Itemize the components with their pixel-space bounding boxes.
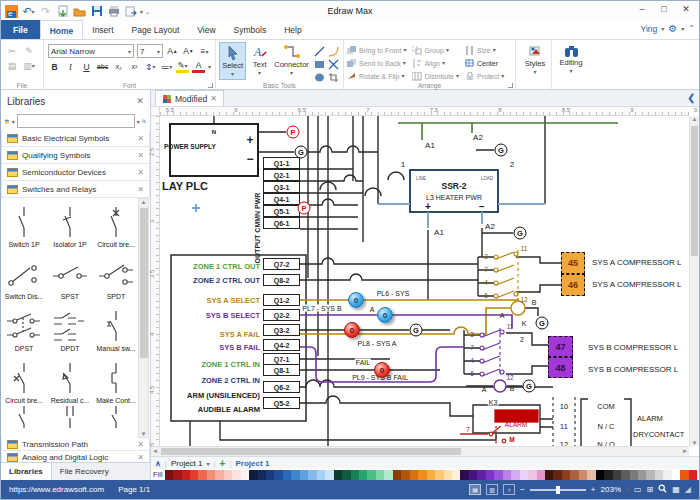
library-menu-icon[interactable] (5, 116, 10, 127)
cut-icon[interactable]: ✂ (5, 44, 19, 57)
font-color-button[interactable]: A (192, 60, 205, 73)
library-symbol[interactable] (93, 406, 139, 430)
fill-color-swatch[interactable] (258, 470, 266, 480)
gear-icon[interactable]: ⚙ (668, 23, 677, 34)
fill-color-swatch[interactable] (444, 470, 452, 480)
fill-color-swatch[interactable] (537, 470, 545, 480)
italic-button[interactable]: I (64, 60, 77, 73)
close-button[interactable]: ✕ (675, 1, 697, 17)
tab-file[interactable]: File (1, 20, 40, 39)
zoom-level[interactable]: 203% (601, 485, 621, 494)
library-close-icon[interactable]: ✕ (137, 151, 144, 160)
fit-width-icon[interactable]: ⊞ (647, 485, 654, 494)
fill-color-swatch[interactable] (494, 470, 502, 480)
fill-color-swatch[interactable] (232, 470, 240, 480)
library-symbol-spdt[interactable]: SPDT (93, 250, 139, 302)
library-symbol-isolator-1p[interactable]: Isolator 1P (47, 198, 93, 250)
library-menu-caret[interactable]: ▾ (12, 118, 15, 125)
zoom-in-button[interactable]: + (591, 485, 596, 494)
library-symbol-make-cont[interactable]: Make Cont... (93, 354, 139, 406)
fill-color-swatch[interactable] (528, 470, 536, 480)
zoom-out-button[interactable]: − (520, 485, 525, 494)
fill-color-swatch[interactable] (384, 470, 392, 480)
library-search-input[interactable] (17, 114, 135, 128)
edraw-logo-icon[interactable]: e (4, 4, 19, 19)
library-symbol-dpst[interactable]: DPST (1, 302, 47, 354)
fill-color-swatch[interactable] (579, 470, 587, 480)
arc-tool-icon[interactable] (326, 45, 340, 58)
user-menu-caret[interactable]: ▾ (661, 25, 664, 32)
tab-help[interactable]: Help (275, 20, 310, 39)
fill-color-swatch[interactable] (359, 470, 367, 480)
tab-home[interactable]: Home (40, 20, 84, 39)
website-url[interactable]: https://www.edrawsoft.com (9, 485, 104, 494)
text-align-icon[interactable]: ≡▾ (198, 45, 211, 58)
collapse-ribbon-icon[interactable]: ⌃ (688, 24, 695, 33)
line-spacing-icon[interactable]: ⇕▾ (144, 60, 157, 73)
library-symbol-circuit-bre[interactable]: Circuit bre... (1, 354, 47, 406)
subscript-button[interactable]: x₂ (112, 60, 125, 73)
fill-color-swatch[interactable] (190, 470, 198, 480)
fill-color-swatch[interactable] (334, 470, 342, 480)
bold-button[interactable]: B (48, 60, 61, 73)
fill-color-swatch[interactable] (342, 470, 350, 480)
fill-color-swatch[interactable] (410, 470, 418, 480)
tab-symbols[interactable]: Symbols (225, 20, 276, 39)
fill-color-swatch[interactable] (570, 470, 578, 480)
arrange-dialog-launcher[interactable] (508, 83, 513, 88)
pencil-tool-icon[interactable] (326, 58, 340, 71)
decrease-font-icon[interactable]: A▼ (182, 45, 195, 58)
increase-font-icon[interactable]: A▲ (166, 45, 179, 58)
export-icon[interactable] (123, 4, 138, 19)
library-item-basic-electrical-symbols[interactable]: Basic Electrical Symbols✕ (1, 130, 150, 147)
fill-color-swatch[interactable] (249, 470, 257, 480)
fill-color-swatch[interactable] (621, 470, 629, 480)
library-item-transmission-path[interactable]: Transmission Path✕ (1, 438, 150, 451)
document-tab[interactable]: Modified ✕ (155, 90, 224, 106)
font-size-combo[interactable]: 7▾ (137, 44, 163, 58)
minimize-button[interactable]: – (631, 1, 653, 17)
library-close-icon[interactable]: ✕ (137, 185, 144, 194)
fill-color-swatch[interactable] (545, 470, 553, 480)
fill-color-swatch[interactable] (655, 470, 663, 480)
fill-color-swatch[interactable] (215, 470, 223, 480)
font-name-combo[interactable]: Arial Narrow▾ (48, 44, 134, 58)
library-close-icon[interactable]: ✕ (137, 440, 144, 449)
bring-to-front-button[interactable]: Bring to Front▾ (347, 44, 406, 57)
fill-color-swatch[interactable] (418, 470, 426, 480)
fill-color-swatch[interactable] (604, 470, 612, 480)
connector-tool-button[interactable]: Connector▾ (273, 42, 310, 80)
library-symbol[interactable] (47, 406, 93, 430)
library-item-qualifying-symbols[interactable]: Qualifying Symbols✕ (1, 147, 150, 164)
resize-grip[interactable]: ◢ (685, 485, 691, 494)
fill-color-swatch[interactable] (520, 470, 528, 480)
fill-color-swatch[interactable] (596, 470, 604, 480)
sidebar-tab-libraries[interactable]: Libraries (1, 463, 52, 480)
fill-color-swatch[interactable] (224, 470, 232, 480)
page-tab-project1[interactable]: Project 1 (236, 459, 270, 468)
fill-color-swatch[interactable] (241, 470, 249, 480)
fill-color-swatch[interactable] (182, 470, 190, 480)
fill-color-swatch[interactable] (503, 470, 511, 480)
vertical-scrollbar[interactable]: ▲▼ (689, 116, 699, 446)
fill-color-swatch[interactable] (638, 470, 646, 480)
library-symbol-switch-dis[interactable]: Switch Dis... (1, 250, 47, 302)
underline-button[interactable]: U (80, 60, 93, 73)
fill-color-swatch[interactable] (646, 470, 654, 480)
format-painter-icon[interactable]: ✎ (22, 44, 36, 57)
fill-color-swatch[interactable] (486, 470, 494, 480)
libraries-close-icon[interactable]: ✕ (136, 96, 144, 106)
undo-icon[interactable]: ↶▾ (21, 4, 36, 19)
library-symbol-dpdt[interactable]: DPDT (47, 302, 93, 354)
fill-color-swatch[interactable] (562, 470, 570, 480)
maximize-button[interactable]: □ (653, 1, 675, 17)
library-item-switches-and-relays[interactable]: Switches and Relays✕ (1, 181, 150, 198)
fill-color-swatch[interactable] (477, 470, 485, 480)
drawing-surface[interactable]: Q1-1Q2-1Q3-1Q4-1Q5-1Q6-1Q7-2Q8-2Q1-2Q2-2… (160, 116, 690, 446)
copy-icon[interactable]: ▥▾ (22, 59, 36, 72)
library-close-icon[interactable]: ✕ (137, 453, 144, 462)
collapse-panel-icon[interactable]: ❮ (687, 93, 695, 103)
collapse-palette-icon[interactable]: ∧ (155, 459, 161, 468)
redo-icon[interactable]: ↷ (38, 4, 53, 19)
horizontal-scrollbar[interactable]: ◄► (151, 446, 689, 456)
